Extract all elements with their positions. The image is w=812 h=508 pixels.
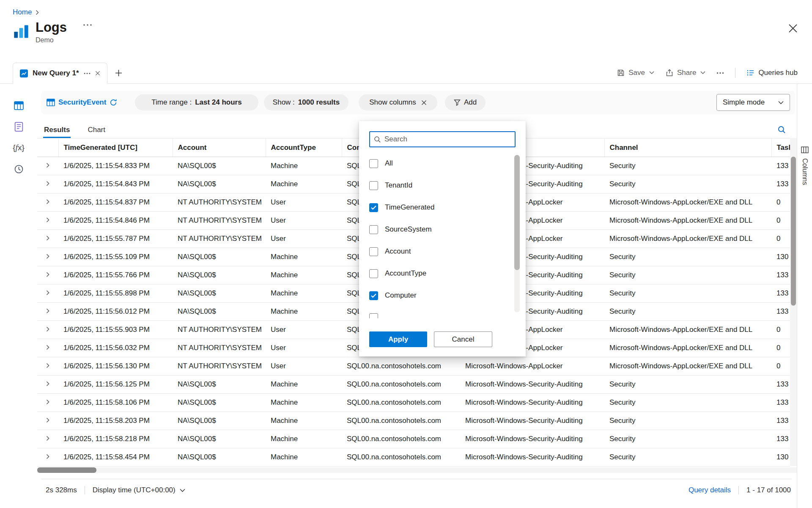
cell-account: NA\SQL00$ bbox=[173, 157, 266, 175]
horizontal-scrollbar-thumb[interactable] bbox=[37, 467, 96, 473]
tab-more-options-icon[interactable] bbox=[84, 72, 91, 75]
add-filter-pill[interactable]: Add bbox=[445, 94, 486, 110]
horizontal-scrollbar[interactable] bbox=[37, 467, 797, 473]
columns-panel-tab[interactable]: Columns bbox=[801, 158, 809, 185]
breadcrumb-home-link[interactable]: Home bbox=[13, 8, 32, 17]
checkbox-checked-icon[interactable] bbox=[369, 291, 378, 300]
row-expand-icon[interactable] bbox=[46, 254, 49, 259]
row-expand-icon[interactable] bbox=[46, 199, 49, 204]
cell-channel: Security bbox=[604, 448, 771, 467]
selected-table-chip[interactable]: SecurityEvent bbox=[47, 98, 129, 107]
show-results-pill[interactable]: Show : 1000 results bbox=[264, 94, 348, 110]
save-button[interactable]: Save bbox=[617, 69, 654, 77]
column-option[interactable]: All bbox=[369, 152, 508, 174]
left-rail: {fx} bbox=[0, 84, 37, 508]
header-timegenerated[interactable]: TimeGenerated [UTC] bbox=[58, 138, 173, 157]
tab-new-query-1[interactable]: New Query 1* bbox=[13, 63, 107, 84]
vertical-scrollbar[interactable] bbox=[790, 138, 797, 466]
vertical-scrollbar-thumb[interactable] bbox=[791, 157, 796, 306]
show-columns-pill[interactable]: Show columns bbox=[359, 94, 437, 110]
checkbox-icon[interactable] bbox=[369, 313, 378, 319]
column-search-input[interactable] bbox=[384, 135, 511, 144]
cancel-button[interactable]: Cancel bbox=[434, 331, 492, 347]
column-option[interactable]: Computer bbox=[369, 284, 508, 306]
tables-icon[interactable] bbox=[14, 100, 24, 111]
column-option[interactable]: Account bbox=[369, 240, 508, 262]
show-columns-flyout: AllTenantIdTimeGeneratedSourceSystemAcco… bbox=[359, 121, 526, 356]
table-row[interactable]: 1/6/2025, 11:15:58.218 PMNA\SQL00$Machin… bbox=[37, 430, 790, 448]
display-time-dropdown[interactable]: Display time (UTC+00:00) bbox=[93, 486, 185, 494]
row-expand-icon[interactable] bbox=[46, 436, 49, 441]
row-expand-icon[interactable] bbox=[46, 363, 49, 368]
refresh-icon[interactable] bbox=[110, 99, 117, 106]
functions-icon[interactable]: {fx} bbox=[13, 142, 25, 153]
mode-label: Simple mode bbox=[723, 98, 765, 107]
row-expand-icon[interactable] bbox=[46, 163, 49, 168]
tab-results[interactable]: Results bbox=[43, 122, 71, 138]
row-expand-icon[interactable] bbox=[46, 235, 49, 241]
header-channel[interactable]: Channel bbox=[604, 138, 771, 157]
column-option[interactable]: TimeGenerated bbox=[369, 196, 508, 218]
row-expand-icon[interactable] bbox=[46, 399, 49, 405]
row-expand-icon[interactable] bbox=[46, 345, 49, 350]
dismiss-show-columns-icon[interactable] bbox=[421, 100, 427, 105]
row-expand-icon[interactable] bbox=[46, 308, 49, 314]
more-commands-icon[interactable] bbox=[716, 72, 724, 74]
cell-channel: Security bbox=[604, 303, 771, 321]
share-button[interactable]: Share bbox=[665, 69, 705, 77]
column-option[interactable]: TenantId bbox=[369, 174, 508, 196]
more-options-icon[interactable] bbox=[83, 24, 92, 26]
cell-account: NT AUTHORITY\SYSTEM bbox=[173, 193, 266, 212]
checkbox-icon[interactable] bbox=[369, 181, 378, 190]
cell-channel: Security bbox=[604, 157, 771, 175]
row-expand-icon[interactable] bbox=[46, 454, 49, 459]
table-row[interactable]: 1/6/2025, 11:15:58.106 PMNA\SQL00$Machin… bbox=[37, 394, 790, 412]
cell-task: 133 bbox=[771, 430, 790, 448]
status-bar: 2s 328ms Display time (UTC+00:00) Query … bbox=[41, 479, 792, 494]
checkbox-icon[interactable] bbox=[369, 225, 378, 234]
cell-expander bbox=[37, 339, 58, 357]
row-expand-icon[interactable] bbox=[46, 272, 49, 277]
checkbox-icon[interactable] bbox=[369, 159, 378, 168]
table-name[interactable]: SecurityEvent bbox=[58, 98, 106, 107]
row-expand-icon[interactable] bbox=[46, 290, 49, 295]
tab-close-icon[interactable] bbox=[95, 71, 100, 76]
flyout-scrollbar[interactable] bbox=[514, 155, 520, 312]
column-option[interactable] bbox=[369, 306, 508, 318]
mode-dropdown[interactable]: Simple mode bbox=[716, 94, 790, 111]
row-expand-icon[interactable] bbox=[46, 217, 49, 223]
query-history-icon[interactable] bbox=[14, 163, 24, 174]
time-range-pill[interactable]: Time range : Last 24 hours bbox=[135, 94, 258, 110]
columns-panel-icon[interactable] bbox=[801, 146, 809, 153]
tab-chart[interactable]: Chart bbox=[87, 122, 106, 138]
query-details-link[interactable]: Query details bbox=[689, 486, 731, 494]
column-search-box[interactable] bbox=[369, 131, 516, 147]
row-expand-icon[interactable] bbox=[46, 181, 49, 186]
apply-button[interactable]: Apply bbox=[369, 331, 427, 347]
header-task[interactable]: Task bbox=[771, 138, 790, 157]
header-accounttype[interactable]: AccountType bbox=[266, 138, 342, 157]
search-results-icon[interactable] bbox=[778, 126, 786, 138]
cell-computer: SQL00.na.contosohotels.com bbox=[342, 448, 460, 467]
queries-hub-button[interactable]: Queries hub bbox=[746, 69, 798, 77]
query-tab-icon bbox=[20, 69, 28, 77]
table-row[interactable]: 1/6/2025, 11:15:58.454 PMNA\SQL00$Machin… bbox=[37, 448, 790, 467]
new-tab-button[interactable] bbox=[107, 62, 130, 83]
row-expand-icon[interactable] bbox=[46, 326, 49, 332]
checkbox-checked-icon[interactable] bbox=[369, 203, 378, 212]
cell-account-type: Machine bbox=[266, 157, 342, 175]
row-expand-icon[interactable] bbox=[46, 417, 49, 423]
flyout-scrollbar-thumb[interactable] bbox=[514, 155, 520, 270]
checkbox-icon[interactable] bbox=[369, 269, 378, 278]
column-option[interactable]: AccountType bbox=[369, 262, 508, 284]
row-expand-icon[interactable] bbox=[46, 381, 49, 387]
table-row[interactable]: 1/6/2025, 11:15:56.125 PMNA\SQL00$Machin… bbox=[37, 375, 790, 394]
table-row[interactable]: 1/6/2025, 11:15:58.203 PMNA\SQL00$Machin… bbox=[37, 412, 790, 430]
close-icon[interactable] bbox=[788, 24, 798, 33]
checkbox-icon[interactable] bbox=[369, 247, 378, 256]
column-option[interactable]: SourceSystem bbox=[369, 218, 508, 240]
cell-account: NA\SQL00$ bbox=[173, 175, 266, 193]
queries-icon[interactable] bbox=[14, 121, 24, 132]
table-row[interactable]: 1/6/2025, 11:15:56.130 PMNT AUTHORITY\SY… bbox=[37, 357, 790, 375]
header-account[interactable]: Account bbox=[173, 138, 266, 157]
